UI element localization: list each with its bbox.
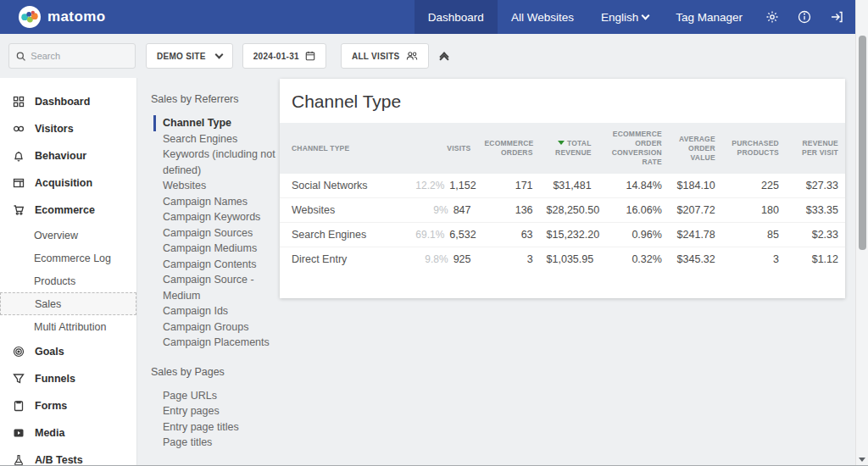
table-row: Direct Entry 9.8%925 3 $1,035.95 0.32% $… bbox=[280, 247, 845, 272]
visits-cell: 9%847 bbox=[409, 198, 477, 223]
collapse-toolbar-button[interactable] bbox=[441, 53, 448, 58]
sidebar-item-goals[interactable]: Goals bbox=[0, 338, 136, 365]
sidebar-item-ab-tests[interactable]: A/B Tests bbox=[0, 447, 136, 466]
newspaper-icon bbox=[12, 177, 25, 190]
brand[interactable]: matomo bbox=[0, 0, 106, 34]
report-menu-item-campaign-keywords[interactable]: Campaign Keywords bbox=[163, 209, 280, 225]
sidebar-item-ecommerce[interactable]: Ecommerce bbox=[0, 197, 136, 224]
quick-access-bar: DEMO SITE 2024-01-31 ALL VISITS bbox=[0, 34, 868, 78]
column-header-total-revenue[interactable]: TOTAL REVENUE bbox=[540, 123, 598, 174]
sidebar-item-visitors[interactable]: Visitors bbox=[0, 115, 136, 142]
nav-item-language[interactable]: English bbox=[587, 0, 662, 34]
matomo-app: matomo Dashboard All Websites English Ta… bbox=[0, 0, 868, 466]
nav-item-all-websites[interactable]: All Websites bbox=[498, 0, 587, 34]
sidebar-item-acquisition[interactable]: Acquisition bbox=[0, 169, 136, 197]
sidebar-item-label: Ecommerce bbox=[35, 204, 95, 216]
sidebar-item-multi-attribution[interactable]: Multi Attribution bbox=[0, 315, 136, 338]
sidebar-item-sales[interactable]: Sales bbox=[0, 292, 136, 315]
visits-cell: 69.1%6,532 bbox=[409, 223, 477, 247]
sidebar-item-media[interactable]: Media bbox=[0, 419, 136, 447]
segment-label: ALL VISITS bbox=[352, 52, 400, 61]
target-icon bbox=[12, 346, 25, 358]
dashboard-grid-icon bbox=[12, 96, 25, 108]
purchased-products-cell: 3 bbox=[722, 247, 786, 272]
sidebar-item-label: Sales bbox=[35, 298, 61, 310]
sidebar-item-label: Dashboard bbox=[35, 96, 90, 108]
bell-icon bbox=[12, 150, 25, 163]
row-label[interactable]: Websites bbox=[280, 198, 409, 223]
report-menu-item-campaign-source-medium[interactable]: Campaign Source - Medium bbox=[163, 272, 280, 303]
visits-percent: 9% bbox=[433, 204, 448, 216]
sidebar-item-label: A/B Tests bbox=[35, 454, 83, 466]
report-menu-item-page-titles[interactable]: Page titles bbox=[163, 435, 280, 451]
report-menu-item-campaign-names[interactable]: Campaign Names bbox=[163, 194, 280, 210]
report-menu-item-campaign-mediums[interactable]: Campaign Mediums bbox=[163, 241, 280, 257]
report-menu-item-campaign-groups[interactable]: Campaign Groups bbox=[163, 319, 280, 336]
column-header-conversion-rate[interactable]: ECOMMERCE ORDER CONVERSION RATE bbox=[598, 123, 669, 174]
site-selector-button[interactable]: DEMO SITE bbox=[146, 43, 233, 69]
signout-icon[interactable] bbox=[821, 0, 853, 34]
left-sidebar: Dashboard Visitors Behaviour Acquisition bbox=[0, 78, 137, 466]
sidebar-item-behaviour[interactable]: Behaviour bbox=[0, 142, 136, 169]
sidebar-item-ecommerce-log[interactable]: Ecommerce Log bbox=[0, 247, 136, 269]
chevron-down-icon bbox=[214, 50, 223, 58]
calendar-icon bbox=[305, 51, 315, 61]
report-menu: Sales by Referrers Channel Type Search E… bbox=[137, 78, 280, 466]
vertical-scrollbar[interactable] bbox=[855, 0, 868, 466]
avg-order-value-cell: $345.32 bbox=[669, 247, 722, 272]
report-menu-item-entry-pages[interactable]: Entry pages bbox=[163, 403, 280, 419]
date-picker-button[interactable]: 2024-01-31 bbox=[242, 43, 326, 69]
navbar-menu: Dashboard All Websites English Tag Manag… bbox=[415, 0, 868, 34]
report-menu-item-entry-page-titles[interactable]: Entry page titles bbox=[163, 419, 280, 435]
content-area: Dashboard Visitors Behaviour Acquisition bbox=[0, 78, 868, 466]
row-label[interactable]: Direct Entry bbox=[280, 247, 409, 272]
column-header-channel-type[interactable]: CHANNEL TYPE bbox=[280, 123, 409, 174]
conversion-rate-cell: 0.32% bbox=[598, 247, 669, 272]
sidebar-item-overview[interactable]: Overview bbox=[0, 224, 136, 247]
report-menu-item-page-urls[interactable]: Page URLs bbox=[163, 388, 280, 404]
channel-type-table: CHANNEL TYPE VISITS ECOMMERCE ORDERS TOT… bbox=[280, 123, 845, 271]
sidebar-item-label: Funnels bbox=[35, 373, 75, 385]
revenue-per-visit-cell: $27.33 bbox=[786, 174, 845, 198]
sidebar-item-funnels[interactable]: Funnels bbox=[0, 365, 136, 392]
row-label[interactable]: Search Engines bbox=[280, 223, 409, 247]
column-header-ecommerce-orders[interactable]: ECOMMERCE ORDERS bbox=[477, 123, 539, 174]
search-input[interactable] bbox=[31, 51, 128, 61]
scrollbar-down-arrow-icon[interactable] bbox=[859, 458, 865, 462]
nav-item-tag-manager[interactable]: Tag Manager bbox=[662, 0, 756, 34]
total-revenue-cell: $28,250.50 bbox=[540, 198, 598, 223]
nav-item-dashboard[interactable]: Dashboard bbox=[415, 0, 498, 34]
report-menu-item-keywords[interactable]: Keywords (including not defined) bbox=[163, 147, 280, 178]
column-header-avg-order-value[interactable]: AVERAGE ORDER VALUE bbox=[669, 123, 722, 174]
segment-selector-button[interactable]: ALL VISITS bbox=[341, 43, 429, 69]
column-header-visits[interactable]: VISITS bbox=[409, 123, 477, 174]
column-header-purchased-products[interactable]: PURCHASED PRODUCTS bbox=[722, 123, 786, 174]
scrollbar-thumb[interactable] bbox=[859, 36, 866, 250]
report-menu-item-campaign-placements[interactable]: Campaign Placements bbox=[163, 335, 280, 351]
sidebar-item-products[interactable]: Products bbox=[0, 269, 136, 292]
visits-percent: 69.1% bbox=[415, 229, 444, 241]
settings-gear-icon[interactable] bbox=[756, 0, 788, 34]
brand-wordmark: matomo bbox=[47, 8, 106, 25]
date-label: 2024-01-31 bbox=[253, 52, 299, 61]
help-info-icon[interactable] bbox=[788, 0, 821, 34]
report-card: Channel Type CHANNEL TYPE VISITS ECOMMER… bbox=[280, 79, 845, 298]
purchased-products-cell: 225 bbox=[722, 174, 786, 198]
report-menu-item-channel-type[interactable]: Channel Type bbox=[153, 115, 270, 131]
report-title: Channel Type bbox=[280, 79, 845, 123]
column-header-revenue-per-visit[interactable]: REVENUE PER VISIT bbox=[786, 123, 845, 174]
language-label: English bbox=[601, 11, 638, 24]
top-navbar: matomo Dashboard All Websites English Ta… bbox=[0, 0, 868, 34]
sidebar-item-dashboard[interactable]: Dashboard bbox=[0, 88, 136, 115]
report-menu-item-campaign-sources[interactable]: Campaign Sources bbox=[163, 225, 280, 241]
report-menu-item-websites[interactable]: Websites bbox=[163, 178, 280, 194]
funnel-icon bbox=[12, 373, 25, 386]
report-menu-item-campaign-ids[interactable]: Campaign Ids bbox=[163, 303, 280, 319]
sidebar-item-forms[interactable]: Forms bbox=[0, 392, 136, 419]
report-menu-item-campaign-contents[interactable]: Campaign Contents bbox=[163, 257, 280, 273]
search-box[interactable] bbox=[8, 43, 136, 69]
report-menu-item-search-engines[interactable]: Search Engines bbox=[163, 131, 280, 147]
row-label[interactable]: Social Networks bbox=[280, 174, 409, 198]
orders-cell: 3 bbox=[477, 247, 539, 272]
matomo-logo-icon bbox=[19, 6, 41, 28]
